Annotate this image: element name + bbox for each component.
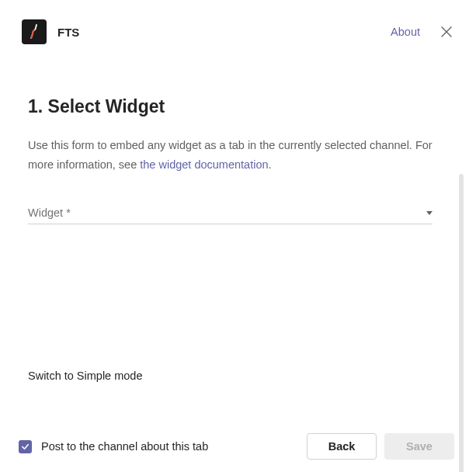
checkbox-checked-icon [19, 440, 32, 453]
chevron-down-icon [426, 211, 433, 215]
checkbox-label: Post to the channel about this tab [41, 440, 208, 453]
back-button[interactable]: Back [307, 433, 377, 460]
scrollbar[interactable] [459, 174, 464, 472]
switch-mode-link[interactable]: Switch to Simple mode [28, 370, 142, 382]
description-post: . [269, 158, 272, 171]
main-content: 1. Select Widget Use this form to embed … [0, 96, 476, 224]
close-icon[interactable] [439, 24, 454, 40]
post-to-channel-checkbox[interactable]: Post to the channel about this tab [19, 440, 299, 453]
description-text: Use this form to embed any widget as a t… [28, 136, 447, 174]
app-title: FTS [57, 26, 391, 39]
widget-select-label: Widget * [28, 206, 71, 219]
app-icon [22, 19, 47, 44]
save-button: Save [384, 433, 454, 460]
dialog-footer: Post to the channel about this tab Back … [0, 433, 476, 460]
about-link[interactable]: About [391, 26, 420, 38]
documentation-link[interactable]: the widget documentation [140, 158, 268, 171]
dialog-header: FTS About [0, 0, 476, 47]
widget-select[interactable]: Widget * [28, 202, 433, 224]
page-title: 1. Select Widget [28, 96, 454, 117]
